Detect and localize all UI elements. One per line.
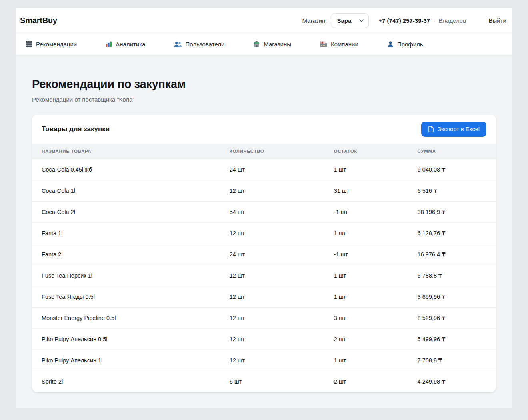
nav-item-profile[interactable]: Профиль <box>387 41 423 48</box>
products-card: Товары для закупки Экспорт в Excel НАЗВА… <box>32 115 496 392</box>
main-content: Рекомендации по закупкам Рекомендации от… <box>16 55 512 392</box>
nav-item-users[interactable]: Пользователи <box>174 41 224 48</box>
card-title: Товары для закупки <box>42 125 110 133</box>
product-name: Coca-Cola 2l <box>32 202 220 223</box>
product-stock: 3 шт <box>324 308 408 329</box>
product-name: Monster Energy Pipeline 0.5l <box>32 308 220 329</box>
page-title: Рекомендации по закупкам <box>32 55 496 91</box>
product-sum: 5 499,96 ₸ <box>408 329 496 350</box>
table-row: Fanta 2l 24 шт -1 шт 16 976,4 ₸ <box>32 244 496 265</box>
table-row: Fanta 1l 12 шт 1 шт 6 128,76 ₸ <box>32 223 496 244</box>
export-excel-label: Экспорт в Excel <box>437 126 480 132</box>
product-sum: 7 708,8 ₸ <box>408 350 496 371</box>
product-quantity: 12 шт <box>220 286 324 308</box>
column-header-stock: ОСТАТОК <box>324 144 408 159</box>
header-top: SmartBuy Магазин: Sapa +7 (747) 257-39-3… <box>16 8 512 33</box>
product-sum: 38 196,9 ₸ <box>408 202 496 223</box>
product-quantity: 12 шт <box>220 265 324 286</box>
product-quantity: 24 шт <box>220 159 324 180</box>
chevron-down-icon <box>359 19 364 22</box>
document-icon <box>428 126 434 132</box>
product-sum: 6 128,76 ₸ <box>408 223 496 244</box>
nav-item-recommendations[interactable]: Рекомендации <box>26 41 77 48</box>
nav-item-analytics[interactable]: Аналитика <box>106 41 145 48</box>
phone-number: +7 (747) 257-39-37 <box>378 17 430 24</box>
product-name: Piko Pulpy Апельсин 0.5l <box>32 329 220 350</box>
table-row: Coca-Cola 1l 12 шт 31 шт 6 516 ₸ <box>32 180 496 202</box>
header: SmartBuy Магазин: Sapa +7 (747) 257-39-3… <box>16 8 512 55</box>
grid-icon <box>26 41 32 48</box>
product-quantity: 12 шт <box>220 223 324 244</box>
product-stock: 2 шт <box>324 371 408 392</box>
product-quantity: 54 шт <box>220 202 324 223</box>
user-role: Владелец <box>438 17 466 24</box>
nav-item-label: Магазины <box>264 41 291 48</box>
logout-link[interactable]: Выйти <box>489 17 506 24</box>
product-stock: 1 шт <box>324 159 408 180</box>
main-nav: Рекомендации Аналитика Пользователи Мага… <box>16 33 512 55</box>
separator-dot: · <box>433 17 435 24</box>
products-table: НАЗВАНИЕ ТОВАРА КОЛИЧЕСТВО ОСТАТОК СУММА… <box>32 144 496 392</box>
product-sum: 3 699,96 ₸ <box>408 286 496 308</box>
product-name: Fanta 2l <box>32 244 220 265</box>
nav-item-label: Компании <box>331 41 358 48</box>
person-icon <box>387 41 394 47</box>
table-header-row: НАЗВАНИЕ ТОВАРА КОЛИЧЕСТВО ОСТАТОК СУММА <box>32 144 496 159</box>
table-body: Coca-Cola 0.45l жб 24 шт 1 шт 9 040,08 ₸… <box>32 159 496 392</box>
app-logo: SmartBuy <box>20 16 57 25</box>
product-stock: 1 шт <box>324 350 408 371</box>
product-quantity: 6 шт <box>220 371 324 392</box>
product-sum: 4 249,98 ₸ <box>408 371 496 392</box>
product-sum: 9 040,08 ₸ <box>408 159 496 180</box>
store-select[interactable]: Sapa <box>331 13 369 28</box>
nav-item-label: Пользователи <box>185 41 224 48</box>
store-select-value: Sapa <box>337 17 351 24</box>
export-excel-button[interactable]: Экспорт в Excel <box>421 122 486 137</box>
product-stock: 1 шт <box>324 286 408 308</box>
table-row: Piko Pulpy Апельсин 1l 12 шт 1 шт 7 708,… <box>32 350 496 371</box>
product-name: Piko Pulpy Апельсин 1l <box>32 350 220 371</box>
product-sum: 8 529,96 ₸ <box>408 308 496 329</box>
table-row: Coca-Cola 2l 54 шт -1 шт 38 196,9 ₸ <box>32 202 496 223</box>
column-header-sum: СУММА <box>408 144 496 159</box>
store-label: Магазин: <box>302 17 327 24</box>
factory-icon <box>320 41 327 47</box>
users-icon <box>174 41 182 47</box>
store-icon <box>253 41 260 48</box>
product-quantity: 12 шт <box>220 308 324 329</box>
product-sum: 16 976,4 ₸ <box>408 244 496 265</box>
product-stock: 1 шт <box>324 265 408 286</box>
product-stock: 2 шт <box>324 329 408 350</box>
product-stock: -1 шт <box>324 244 408 265</box>
app-frame: SmartBuy Магазин: Sapa +7 (747) 257-39-3… <box>16 8 512 408</box>
product-name: Fuse Tea Ягоды 0.5l <box>32 286 220 308</box>
product-quantity: 24 шт <box>220 244 324 265</box>
product-stock: -1 шт <box>324 202 408 223</box>
table-row: Coca-Cola 0.45l жб 24 шт 1 шт 9 040,08 ₸ <box>32 159 496 180</box>
product-stock: 1 шт <box>324 223 408 244</box>
product-stock: 31 шт <box>324 180 408 202</box>
table-row: Fuse Tea Ягоды 0.5l 12 шт 1 шт 3 699,96 … <box>32 286 496 308</box>
nav-item-label: Рекомендации <box>36 41 77 48</box>
column-header-name: НАЗВАНИЕ ТОВАРА <box>32 144 220 159</box>
table-row: Piko Pulpy Апельсин 0.5l 12 шт 2 шт 5 49… <box>32 329 496 350</box>
table-row: Monster Energy Pipeline 0.5l 12 шт 3 шт … <box>32 308 496 329</box>
product-quantity: 12 шт <box>220 329 324 350</box>
nav-item-companies[interactable]: Компании <box>320 41 358 48</box>
column-header-quantity: КОЛИЧЕСТВО <box>220 144 324 159</box>
table-row: Fuse Tea Персик 1l 12 шт 1 шт 5 788,8 ₸ <box>32 265 496 286</box>
card-header: Товары для закупки Экспорт в Excel <box>32 115 496 144</box>
product-name: Coca-Cola 1l <box>32 180 220 202</box>
product-name: Coca-Cola 0.45l жб <box>32 159 220 180</box>
product-name: Sprite 2l <box>32 371 220 392</box>
page-subtitle: Рекомендации от поставщика “Кола” <box>32 96 496 103</box>
product-quantity: 12 шт <box>220 180 324 202</box>
product-name: Fanta 1l <box>32 223 220 244</box>
table-row: Sprite 2l 6 шт 2 шт 4 249,98 ₸ <box>32 371 496 392</box>
product-sum: 6 516 ₸ <box>408 180 496 202</box>
product-quantity: 12 шт <box>220 350 324 371</box>
nav-item-stores[interactable]: Магазины <box>253 41 291 48</box>
product-name: Fuse Tea Персик 1l <box>32 265 220 286</box>
header-right: Магазин: Sapa +7 (747) 257-39-37 · Владе… <box>302 13 506 28</box>
bar-chart-icon <box>106 41 112 47</box>
